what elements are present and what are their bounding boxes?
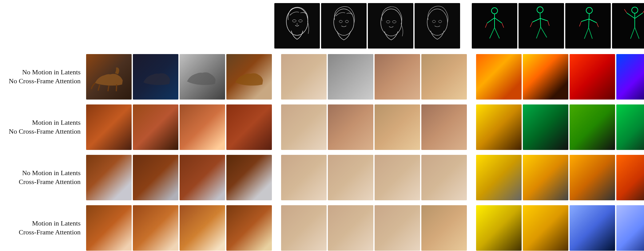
row-1-woman-3 <box>375 54 420 100</box>
svg-line-33 <box>584 28 589 39</box>
reference-row <box>0 3 644 49</box>
svg-line-20 <box>502 23 504 28</box>
svg-line-17 <box>490 28 495 38</box>
row-1-stage-2 <box>523 54 568 100</box>
row-2-horse-1 <box>86 104 132 150</box>
row-2-stage-4 <box>616 104 644 150</box>
row-2-horse-2 <box>133 104 178 150</box>
row-2-stage-1 <box>476 104 522 150</box>
row-1-horse-3 <box>180 54 225 100</box>
svg-line-15 <box>487 18 495 23</box>
row-1-woman-1 <box>281 54 327 100</box>
row-1-horse-1 <box>86 54 132 100</box>
svg-point-4 <box>334 9 354 35</box>
row-2-woman-4 <box>421 104 467 150</box>
row-1-stage-1 <box>476 54 522 100</box>
pose-img-1 <box>472 3 517 49</box>
row-2-label-line1: Motion in Latents <box>0 118 81 127</box>
row-4-woman-1 <box>281 205 327 251</box>
pose-img-4 <box>612 3 644 49</box>
svg-line-40 <box>635 13 643 18</box>
row-4-stage-group <box>476 205 644 251</box>
row-2-horse-4 <box>226 104 272 150</box>
row-2-stage-3 <box>570 104 615 150</box>
row-2-horse-group <box>86 104 272 150</box>
row-3-stage-1 <box>476 155 522 200</box>
svg-point-21 <box>537 7 543 13</box>
svg-line-41 <box>630 27 635 39</box>
row-1-woman-group <box>281 54 467 100</box>
svg-line-22 <box>540 13 541 27</box>
sketch-group <box>274 3 460 49</box>
svg-line-30 <box>589 14 589 28</box>
svg-point-9 <box>392 21 396 23</box>
svg-point-1 <box>292 20 296 22</box>
svg-point-11 <box>432 20 435 23</box>
row-1-woman-2 <box>328 54 373 100</box>
row-4-stage-3 <box>570 205 615 251</box>
sketch-img-1 <box>274 3 320 49</box>
row-3-label-line1: No Motion in Latents <box>0 169 81 178</box>
row-1-horse-group <box>86 54 272 100</box>
svg-line-32 <box>589 19 597 23</box>
svg-point-10 <box>427 9 447 35</box>
sketch-img-4 <box>415 3 460 49</box>
row-4-woman-4 <box>421 205 467 251</box>
svg-line-43 <box>624 9 627 13</box>
row-3-stage-4 <box>616 155 644 200</box>
row-3-woman-group <box>281 155 467 200</box>
row-3-stage-group <box>476 155 644 200</box>
svg-line-44 <box>643 9 644 13</box>
row-2-label: Motion in Latents No Cross-Frame Attenti… <box>0 118 86 136</box>
pose-group <box>472 3 644 49</box>
svg-point-12 <box>439 20 442 23</box>
row-4-horse-3 <box>180 205 225 251</box>
row-4-label: Motion in Latents Cross-Frame Attention <box>0 219 86 237</box>
row-1-label-line2: No Cross-Frame Attention <box>0 77 81 86</box>
row-4-stage-4 <box>616 205 644 251</box>
svg-line-26 <box>541 27 547 37</box>
svg-point-29 <box>586 7 592 14</box>
row-3-woman-4 <box>421 155 467 200</box>
row-3-woman-3 <box>375 155 420 200</box>
row-4-label-line1: Motion in Latents <box>0 219 81 228</box>
main-container: No Motion in Latents No Cross-Frame Atte… <box>0 0 644 251</box>
row-4-woman-group <box>281 205 467 251</box>
svg-line-19 <box>485 23 487 28</box>
row-4-stage-1 <box>476 205 522 251</box>
svg-line-31 <box>581 19 589 22</box>
svg-line-35 <box>579 22 581 26</box>
row-3-stage-2 <box>523 155 568 200</box>
row-2-woman-3 <box>375 104 420 150</box>
svg-point-8 <box>386 21 390 23</box>
row-3-label: No Motion in Latents Cross-Frame Attenti… <box>0 169 86 186</box>
row-4-horse-2 <box>133 205 178 251</box>
row-2: Motion in Latents No Cross-Frame Attenti… <box>0 102 644 152</box>
svg-line-18 <box>495 28 499 38</box>
row-3: No Motion in Latents Cross-Frame Attenti… <box>0 152 644 203</box>
row-1-label-line1: No Motion in Latents <box>0 68 81 77</box>
svg-line-24 <box>540 18 548 21</box>
row-1-stage-group <box>476 54 644 100</box>
row-4: Motion in Latents Cross-Frame Attention <box>0 203 644 251</box>
svg-line-42 <box>635 27 639 39</box>
svg-line-28 <box>548 21 549 26</box>
svg-line-16 <box>495 18 502 23</box>
svg-point-13 <box>491 8 498 14</box>
row-3-horse-3 <box>180 155 225 200</box>
row-2-stage-2 <box>523 104 568 150</box>
row-4-horse-group <box>86 205 272 251</box>
row-3-label-line2: Cross-Frame Attention <box>0 178 81 186</box>
row-1-horse-4 <box>226 54 272 100</box>
row-2-stage-group <box>476 104 644 150</box>
svg-point-37 <box>632 7 638 13</box>
svg-point-7 <box>381 9 402 36</box>
row-1-stage-3 <box>570 54 615 100</box>
row-3-horse-4 <box>226 155 272 200</box>
row-4-woman-3 <box>375 205 420 251</box>
row-3-horse-1 <box>86 155 132 200</box>
row-3-horse-2 <box>133 155 178 200</box>
row-3-woman-2 <box>328 155 373 200</box>
row-1-horse-2 <box>133 54 178 100</box>
row-3-stage-3 <box>570 155 615 200</box>
